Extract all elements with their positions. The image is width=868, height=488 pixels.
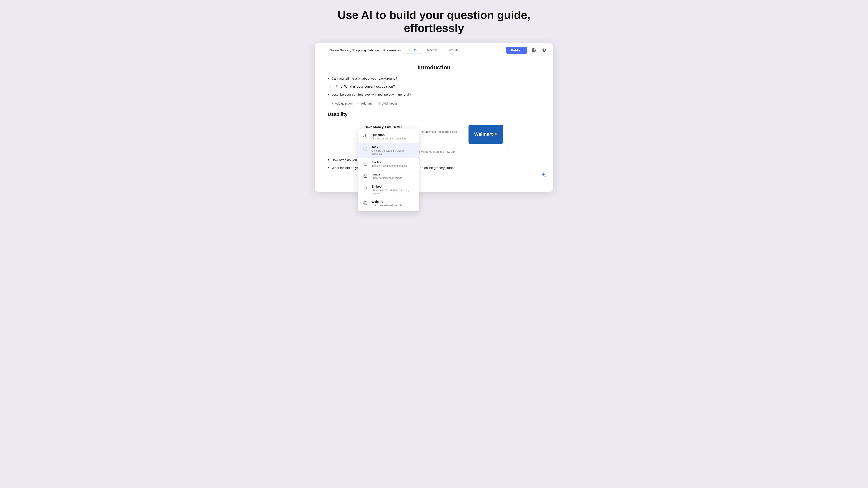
dropdown-item-embed[interactable]: Embed Show an embedded module (e.g. Figm…	[358, 182, 419, 197]
dropdown-item-text: Section Insert a new document section	[372, 161, 407, 167]
app-body: Introduction Can you tell me a bit about…	[315, 57, 553, 192]
walmart-spark-icon: ✴	[494, 131, 498, 137]
dropdown-item-desc: Insert a new document section	[372, 164, 407, 167]
dropdown-item-text: Image Show participant an image	[372, 173, 402, 180]
ai-fab-button[interactable]	[539, 171, 547, 179]
header-actions: Publish	[506, 46, 547, 54]
question-text: describe your comfort level with technol…	[332, 92, 411, 97]
project-title: Online Grocery Shopping Habits and Prefe…	[330, 48, 401, 52]
drag-icon[interactable]: ⠿	[334, 84, 339, 89]
add-question-button[interactable]: + Add question	[332, 101, 352, 105]
dropdown-item-text: Embed Show an embedded module (e.g. Figm…	[372, 185, 414, 195]
svg-point-0	[533, 50, 534, 51]
embed-brand: Save Money. Live Better.	[365, 125, 464, 129]
dropdown-item-label: Task	[372, 145, 414, 149]
task-icon	[362, 145, 369, 152]
svg-point-7	[365, 175, 365, 175]
app-header: ← Online Grocery Shopping Habits and Pre…	[315, 43, 553, 57]
dropdown-item-desc: Link to an external website	[372, 204, 402, 207]
tab-recruit[interactable]: Recruit	[422, 46, 443, 54]
dropdown-item-section[interactable]: Section Insert a new document section	[358, 158, 419, 170]
dropdown-item-question[interactable]: Question Ask the participant a question	[358, 131, 419, 143]
active-list-item: + ⠿ What is your current occupation?	[328, 84, 540, 89]
check-icon: ✓	[357, 101, 360, 105]
dropdown-item-text: Website Link to an external website	[372, 200, 402, 207]
add-task-label: Add task	[361, 102, 373, 105]
dropdown-item-label: Section	[372, 161, 407, 164]
preview-icon[interactable]	[540, 46, 547, 54]
bullet-dot	[328, 159, 329, 161]
dropdown-item-website[interactable]: Website Link to an external website	[358, 197, 419, 209]
usability-section-title: Usability	[328, 111, 540, 117]
add-task-button[interactable]: ✓ Add task	[357, 101, 373, 105]
add-media-button[interactable]: ⬜ Add media	[377, 101, 397, 105]
tab-results[interactable]: Results	[442, 46, 464, 54]
back-button[interactable]: ←	[321, 47, 327, 53]
svg-point-1	[544, 50, 545, 51]
list-item: Can you tell me a bit about your backgro…	[328, 76, 540, 81]
dropdown-menu: Question Ask the participant a question …	[358, 129, 419, 211]
plus-icon: +	[332, 101, 334, 105]
dropdown-item-image[interactable]: Image Show participant an image	[358, 170, 419, 182]
dropdown-item-label: Embed	[372, 185, 414, 188]
tab-build[interactable]: Build	[404, 46, 422, 54]
image-icon	[362, 173, 369, 179]
dropdown-item-label: Question	[372, 133, 406, 137]
settings-icon[interactable]	[530, 46, 537, 54]
add-media-label: Add media	[382, 102, 397, 105]
bullet-controls: + ⠿	[328, 84, 339, 89]
media-icon: ⬜	[377, 102, 381, 105]
dropdown-item-text: Question Ask the participant a question	[372, 133, 406, 140]
intro-question-list: Can you tell me a bit about your backgro…	[328, 76, 540, 97]
app-window: ← Online Grocery Shopping Habits and Pre…	[315, 43, 553, 192]
section-icon	[362, 161, 369, 167]
svg-rect-4	[364, 162, 367, 165]
header-tabs: Build Recruit Results	[404, 46, 464, 54]
list-item: describe your comfort level with technol…	[328, 92, 540, 97]
bullet-dot	[328, 78, 329, 79]
dropdown-item-desc: Give the participant a task to complete	[372, 149, 414, 155]
publish-button[interactable]: Publish	[506, 46, 527, 54]
walmart-logo: Walmart ✴	[468, 125, 503, 144]
dropdown-item-label: Website	[372, 200, 402, 203]
walmart-text: Walmart ✴	[474, 131, 498, 137]
add-icon[interactable]: +	[328, 84, 333, 89]
embed-icon	[362, 185, 369, 191]
dropdown-item-desc: Show an embedded module (e.g. Figma)	[372, 189, 414, 195]
dropdown-item-task[interactable]: Task Give the participant a task to comp…	[358, 143, 419, 158]
dropdown-item-label: Image	[372, 173, 402, 176]
add-actions-row: + Add question ✓ Add task ⬜ Add media	[328, 101, 540, 105]
walmart-name: Walmart	[474, 131, 493, 137]
bullet-dot	[341, 87, 342, 88]
dropdown-item-desc: Show participant an image	[372, 176, 402, 180]
add-question-label: Add question	[335, 102, 352, 105]
intro-section-title: Introduction	[328, 64, 540, 71]
question-icon	[362, 133, 369, 139]
question-text: What is your current occupation?	[344, 85, 395, 89]
bullet-dot	[328, 94, 329, 95]
bullet-dot	[328, 167, 329, 168]
hero-title: Use AI to build your question guide, eff…	[315, 9, 553, 35]
dropdown-item-desc: Ask the participant a question	[372, 137, 406, 140]
website-icon	[362, 200, 369, 206]
question-text: Can you tell me a bit about your backgro…	[332, 76, 397, 81]
dropdown-item-text: Task Give the participant a task to comp…	[372, 145, 414, 155]
